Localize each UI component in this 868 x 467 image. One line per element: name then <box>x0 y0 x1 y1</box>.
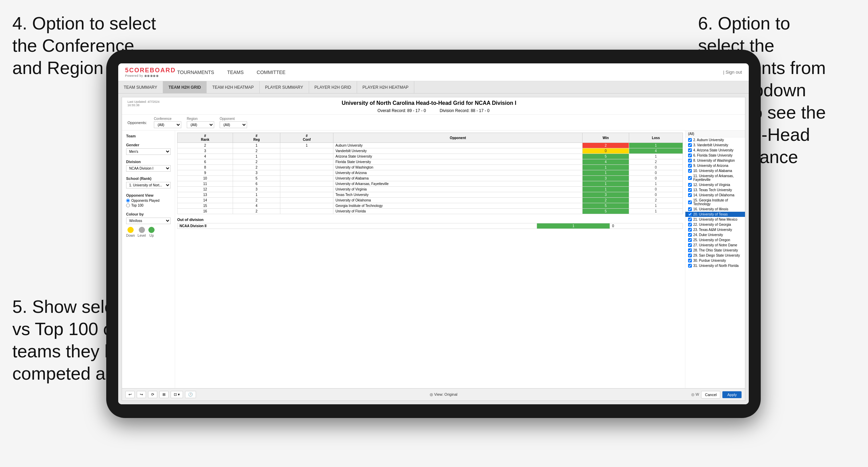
nav-tournaments[interactable]: TOURNAMENTS <box>176 70 216 75</box>
dropdown-checkbox[interactable] <box>688 164 692 168</box>
nav-teams[interactable]: TEAMS <box>226 70 245 75</box>
dropdown-checkbox[interactable] <box>688 183 692 187</box>
dropdown-item[interactable]: 12. University of Virginia <box>685 182 745 187</box>
dropdown-item[interactable]: 13. Texas Tech University <box>685 187 745 193</box>
dropdown-item[interactable]: 30. Purdue University <box>685 258 745 263</box>
colour-up: Up <box>148 227 155 237</box>
dropdown-item[interactable]: 22. University of Georgia <box>685 222 745 227</box>
conference-select[interactable]: (All) <box>154 121 181 128</box>
cell-win: 1 <box>583 181 629 187</box>
clock-btn[interactable]: 🕐 <box>185 391 196 398</box>
school-section: School (Rank) 1. University of Nort... <box>126 176 171 188</box>
dropdown-item[interactable]: 9. University of Arizona <box>685 163 745 168</box>
school-select[interactable]: 1. University of Nort... <box>126 182 171 188</box>
dropdown-item[interactable]: 31. University of North Florida <box>685 263 745 268</box>
dropdown-item[interactable]: 29. San Diego State University <box>685 253 745 258</box>
dropdown-item[interactable]: 20. University of Texas <box>685 212 745 217</box>
cell-name: Auburn University <box>333 143 583 148</box>
width-indicator: ◎ W <box>691 392 699 397</box>
radio-top-100[interactable]: Top 100 <box>126 204 171 207</box>
dropdown-checkbox[interactable] <box>688 212 692 216</box>
dropdown-checkbox[interactable] <box>688 218 692 221</box>
cell-win: 2 <box>583 198 629 203</box>
dropdown-checkbox[interactable] <box>688 264 692 268</box>
undo-btn[interactable]: ↩ <box>125 391 135 398</box>
dropdown-item-label: 6. Florida State University <box>693 153 733 157</box>
dropdown-checkbox[interactable] <box>688 159 692 162</box>
content-body: Team Gender Men's Division NCAA Division… <box>122 131 745 388</box>
dropdown-checkbox[interactable] <box>688 176 692 180</box>
radio-opponents-played[interactable]: Opponents Played <box>126 199 171 202</box>
nav-committee[interactable]: COMMITTEE <box>255 70 287 75</box>
dropdown-checkbox[interactable] <box>688 188 692 192</box>
dropdown-checkbox[interactable] <box>688 193 692 197</box>
dropdown-checkbox[interactable] <box>688 254 692 257</box>
dropdown-checkbox[interactable] <box>688 243 692 247</box>
dropdown-checkbox[interactable] <box>688 238 692 242</box>
dropdown-checkbox[interactable] <box>688 207 692 211</box>
gender-select[interactable]: Men's <box>126 148 171 155</box>
dropdown-item[interactable]: 27. University of Notre Dame <box>685 243 745 248</box>
redo-btn[interactable]: ↪ <box>137 391 146 398</box>
more-btn[interactable]: ⊡ ▾ <box>171 391 183 398</box>
dropdown-checkbox[interactable] <box>688 228 692 232</box>
cell-conf <box>280 154 333 159</box>
cancel-button[interactable]: Cancel <box>701 391 720 398</box>
region-select[interactable]: (All) <box>187 121 214 128</box>
subnav-team-h2h-grid[interactable]: TEAM H2H GRID <box>163 81 207 93</box>
logo: 5COREBOARD Powered by ◉◉◉◉◉ <box>125 67 176 77</box>
dropdown-item[interactable]: 21. University of New Mexico <box>685 217 745 222</box>
dropdown-item[interactable]: 15. Georgia Institute of Technology <box>685 198 745 207</box>
table-row: 15 4 Georgia Institute of Technology 5 1 <box>178 203 683 209</box>
subnav-player-h2h-grid[interactable]: PLAYER H2H GRID <box>309 81 357 93</box>
dropdown-item[interactable]: 8. University of Washington <box>685 158 745 163</box>
subnav-player-summary[interactable]: PLAYER SUMMARY <box>260 81 309 93</box>
dropdown-item[interactable]: 28. The Ohio State University <box>685 248 745 253</box>
dropdown-checkbox[interactable] <box>688 200 692 204</box>
subnav-team-h2h-heatmap[interactable]: TEAM H2H HEATMAP <box>207 81 259 93</box>
dropdown-checkbox[interactable] <box>688 148 692 152</box>
division-record: Division Record: 88 - 17 - 0 <box>440 108 489 113</box>
reset-btn[interactable]: ⟳ <box>148 391 157 398</box>
table-row: 2 1 1 Auburn University 2 1 <box>178 143 683 148</box>
cell-loss: 1 <box>629 203 683 209</box>
dropdown-checkbox[interactable] <box>688 233 692 237</box>
cell-loss: 0 <box>629 165 683 170</box>
opponent-view-section: Opponent View Opponents Played Top 100 <box>126 193 171 207</box>
cell-rank: 11 <box>178 181 233 187</box>
dropdown-item[interactable]: 6. Florida State University <box>685 153 745 158</box>
dropdown-checkbox[interactable] <box>688 143 692 147</box>
dropdown-item[interactable]: 24. Duke University <box>685 232 745 237</box>
apply-button[interactable]: Apply <box>722 391 742 398</box>
dropdown-item[interactable]: 10. University of Alabama <box>685 168 745 173</box>
dropdown-item[interactable]: 4. Arizona State University <box>685 148 745 153</box>
dropdown-item[interactable]: 25. University of Oregon <box>685 237 745 243</box>
dropdown-checkbox[interactable] <box>688 248 692 252</box>
sign-out[interactable]: | Sign out <box>723 70 742 75</box>
cell-loss: 0 <box>629 187 683 192</box>
dropdown-checkbox[interactable] <box>688 138 692 142</box>
dropdown-item[interactable]: 23. Texas A&M University <box>685 227 745 232</box>
subnav-team-summary[interactable]: TEAM SUMMARY <box>118 81 163 93</box>
dropdown-checkbox[interactable] <box>688 223 692 226</box>
dropdown-checkbox[interactable] <box>688 259 692 262</box>
cell-conf <box>280 192 333 198</box>
opponent-select[interactable]: (All) <box>220 121 247 128</box>
dropdown-item[interactable]: 16. University of Illinois <box>685 207 745 212</box>
dropdown-item[interactable]: 11. University of Arkansas, Fayetteville <box>685 173 745 182</box>
dropdown-item[interactable]: 3. Vanderbilt University <box>685 143 745 148</box>
cell-rank: 10 <box>178 176 233 181</box>
division-select[interactable]: NCAA Division I <box>126 165 171 172</box>
dropdown-item[interactable]: 14. University of Oklahoma <box>685 193 745 198</box>
dropdown-item[interactable]: 2. Auburn University <box>685 137 745 143</box>
dropdown-item-label: 30. Purdue University <box>693 259 726 262</box>
cell-win: 0 <box>583 148 629 154</box>
subnav-player-h2h-heatmap[interactable]: PLAYER H2H HEATMAP <box>357 81 414 93</box>
cell-reg: 2 <box>233 209 280 214</box>
dropdown-checkbox[interactable] <box>688 169 692 173</box>
dropdown-checkbox[interactable] <box>688 153 692 157</box>
cell-conf <box>280 187 333 192</box>
colour-select[interactable]: Win/loss <box>126 218 171 224</box>
copy-btn[interactable]: ⊞ <box>159 391 169 398</box>
conference-filter: Conference (All) <box>154 117 181 128</box>
